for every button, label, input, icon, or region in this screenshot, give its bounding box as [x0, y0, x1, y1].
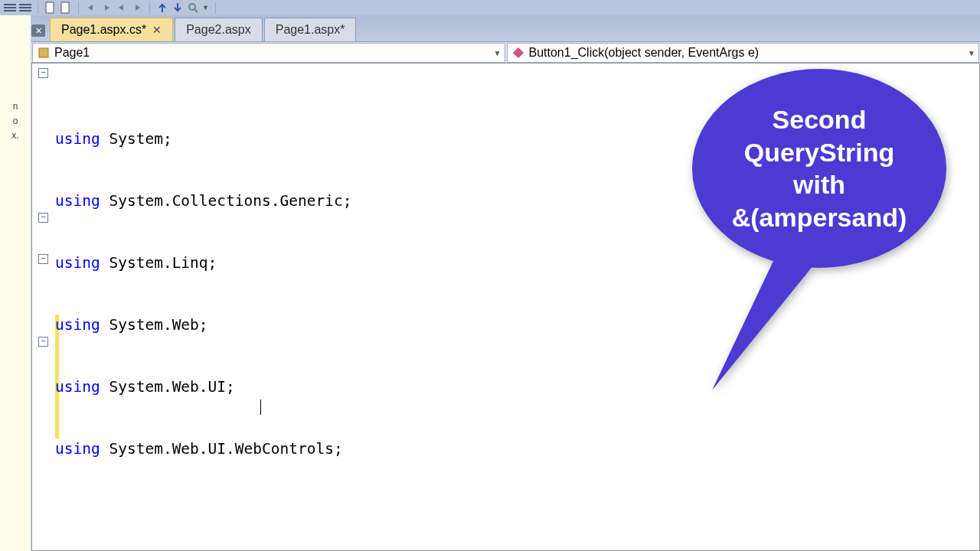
svg-rect-6 — [46, 2, 54, 13]
dropdown-chevron-icon[interactable]: ▼ — [202, 4, 209, 11]
tab-close-icon[interactable]: ✕ — [152, 24, 162, 36]
method-dropdown[interactable]: Button1_Click(object sender, EventArgs e… — [507, 43, 980, 63]
svg-rect-3 — [19, 4, 31, 5]
chevron-down-icon: ▼ — [968, 49, 975, 57]
nav-fwd-icon[interactable] — [131, 2, 143, 14]
svg-line-9 — [194, 9, 198, 12]
step-out-icon[interactable] — [156, 2, 168, 14]
tab-label: Page1.aspx* — [276, 23, 345, 37]
svg-rect-2 — [4, 10, 16, 11]
svg-rect-11 — [512, 47, 523, 58]
list-icon-2[interactable] — [19, 2, 31, 14]
toolbar: ▼ — [0, 0, 980, 16]
svg-point-8 — [189, 4, 195, 10]
tab-label: Page2.aspx — [186, 23, 251, 37]
svg-rect-4 — [19, 7, 31, 8]
tab-page1-cs[interactable]: Page1.aspx.cs* ✕ — [50, 18, 173, 41]
svg-rect-5 — [19, 10, 31, 11]
class-dropdown-label: Page1 — [54, 46, 90, 60]
svg-rect-7 — [61, 2, 69, 13]
step-in-icon[interactable] — [172, 2, 184, 14]
list-icon[interactable] — [4, 2, 16, 14]
doc-icon[interactable] — [44, 2, 57, 14]
nav-back-icon[interactable] — [116, 2, 128, 14]
tab-label: Page1.aspx.cs* — [61, 23, 146, 37]
annotation-callout: Second QueryString with &(ampersand) — [689, 61, 949, 291]
class-icon — [38, 47, 50, 59]
svg-rect-10 — [39, 48, 48, 57]
text-caret — [260, 396, 261, 416]
find-icon[interactable] — [187, 2, 199, 14]
chevron-down-icon: ▼ — [494, 49, 501, 57]
svg-rect-1 — [4, 7, 16, 8]
method-dropdown-label: Button1_Click(object sender, EventArgs e… — [529, 46, 760, 60]
undo-icon[interactable] — [85, 2, 97, 14]
toolbox-panel: n o x. — [0, 15, 31, 551]
redo-icon[interactable] — [100, 2, 113, 14]
doc-icon-2[interactable] — [60, 2, 72, 14]
method-icon — [512, 47, 524, 59]
close-tab-icon[interactable]: ✕ — [31, 24, 45, 37]
svg-rect-0 — [4, 4, 16, 5]
tab-page1-aspx[interactable]: Page1.aspx* — [264, 18, 357, 41]
tab-page2-aspx[interactable]: Page2.aspx — [175, 18, 263, 41]
tab-strip: ✕ Page1.aspx.cs* ✕ Page2.aspx Page1.aspx… — [31, 15, 980, 42]
class-dropdown[interactable]: Page1 ▼ — [32, 43, 505, 63]
